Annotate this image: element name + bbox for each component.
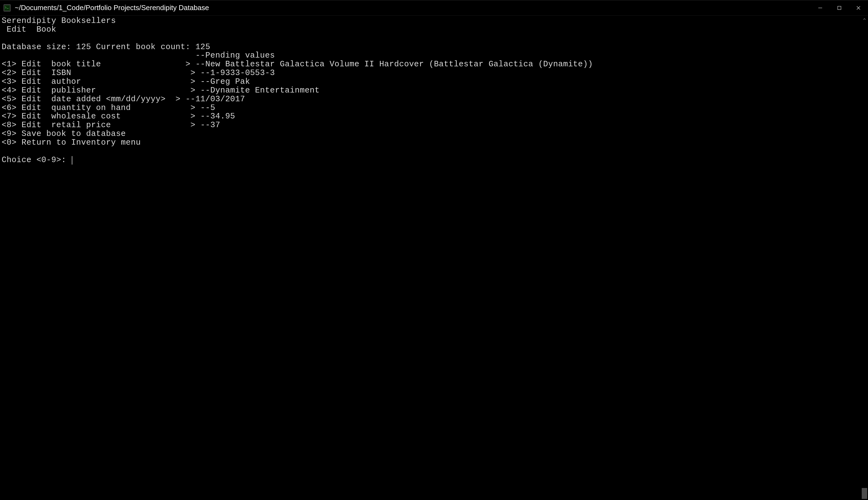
terminal-window: ~/Documents/1_Code/Portfolio Projects/Se… xyxy=(0,0,868,500)
maximize-button[interactable] xyxy=(830,0,849,15)
app-icon xyxy=(3,4,11,12)
titlebar[interactable]: ~/Documents/1_Code/Portfolio Projects/Se… xyxy=(0,0,868,15)
close-button[interactable] xyxy=(849,0,868,15)
terminal-output[interactable]: Serendipity Booksellers Edit Book Databa… xyxy=(0,15,861,500)
svg-rect-1 xyxy=(4,5,10,10)
window-controls xyxy=(811,0,868,15)
text-cursor xyxy=(72,156,72,164)
scroll-up-icon[interactable] xyxy=(861,15,868,23)
scroll-thumb[interactable] xyxy=(862,488,867,499)
scrollbar[interactable] xyxy=(861,15,868,500)
window-title: ~/Documents/1_Code/Portfolio Projects/Se… xyxy=(15,3,811,12)
minimize-button[interactable] xyxy=(811,0,830,15)
svg-rect-4 xyxy=(838,6,841,10)
terminal-area: Serendipity Booksellers Edit Book Databa… xyxy=(0,15,868,500)
